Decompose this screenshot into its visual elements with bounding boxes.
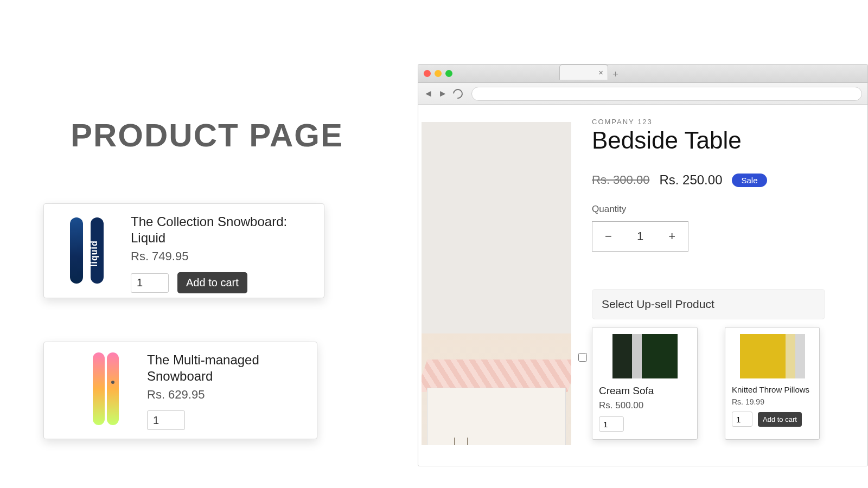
browser-titlebar: × +	[418, 65, 867, 83]
window-max-dot[interactable]	[445, 70, 452, 77]
product-card: The Multi-managed Snowboard Rs. 629.95	[43, 342, 317, 439]
close-tab-icon[interactable]: ×	[598, 68, 603, 77]
svg-rect-0	[70, 217, 83, 284]
product-card: liquid The Collection Snowboard: Liquid …	[43, 203, 324, 298]
product-title: The Collection Snowboard: Liquid	[131, 214, 313, 246]
upsell-price: Rs. 19.99	[732, 397, 813, 406]
svg-rect-4	[107, 352, 119, 425]
browser-toolbar: ◄ ►	[418, 83, 867, 105]
product-price: Rs. 629.95	[147, 388, 306, 402]
page-title: PRODUCT PAGE	[71, 117, 343, 154]
svg-point-5	[111, 381, 114, 384]
product-thumbnail: liquid	[55, 214, 120, 287]
product-price: Rs. 749.95	[131, 249, 313, 264]
quantity-decrease-button[interactable]: −	[592, 229, 624, 243]
address-bar[interactable]	[471, 87, 862, 101]
upsell-quantity-input[interactable]	[599, 416, 624, 432]
upsell-card: Knitted Throw Pillows Rs. 19.99 Add to c…	[725, 327, 820, 440]
new-tab-icon[interactable]: +	[612, 68, 618, 80]
add-to-cart-button[interactable]: Add to cart	[177, 272, 247, 293]
upsell-add-to-cart-button[interactable]: Add to cart	[758, 412, 802, 427]
quantity-input[interactable]	[147, 410, 185, 430]
window-min-dot[interactable]	[435, 70, 442, 77]
product-thumbnail	[71, 352, 136, 425]
forward-icon[interactable]: ►	[438, 88, 448, 99]
quantity-increase-button[interactable]: +	[656, 229, 688, 243]
quantity-value: 1	[624, 229, 656, 243]
reload-icon[interactable]	[451, 87, 464, 100]
upsell-price: Rs. 500.00	[599, 400, 691, 411]
svg-rect-3	[93, 352, 105, 425]
svg-text:liquid: liquid	[90, 240, 99, 267]
back-icon[interactable]: ◄	[424, 88, 433, 99]
sale-badge: Sale	[732, 174, 767, 187]
upsell-select-checkbox[interactable]	[578, 353, 587, 362]
compare-at-price: Rs. 300.00	[592, 173, 649, 187]
quantity-stepper: − 1 +	[592, 221, 688, 252]
vendor-label: COMPANY 123	[592, 118, 862, 126]
quantity-input[interactable]	[131, 273, 169, 293]
upsell-section-header: Select Up-sell Product	[592, 289, 825, 319]
upsell-title: Knitted Throw Pillows	[732, 385, 813, 394]
product-price: Rs. 250.00	[659, 172, 722, 188]
browser-window: × + ◄ ► COMPANY 123 Bedside Table Rs. 30…	[418, 64, 868, 466]
upsell-thumbnail	[612, 334, 678, 378]
upsell-quantity-input[interactable]	[732, 412, 752, 427]
upsell-title: Cream Sofa	[599, 385, 691, 397]
quantity-label: Quantity	[592, 204, 862, 215]
product-title: The Multi-managed Snowboard	[147, 352, 306, 384]
product-title: Bedside Table	[592, 127, 862, 154]
window-close-dot[interactable]	[424, 70, 431, 77]
product-main-image	[422, 122, 571, 445]
upsell-thumbnail	[740, 334, 805, 378]
browser-tab[interactable]: ×	[559, 65, 608, 80]
upsell-card: Cream Sofa Rs. 500.00	[592, 327, 698, 440]
